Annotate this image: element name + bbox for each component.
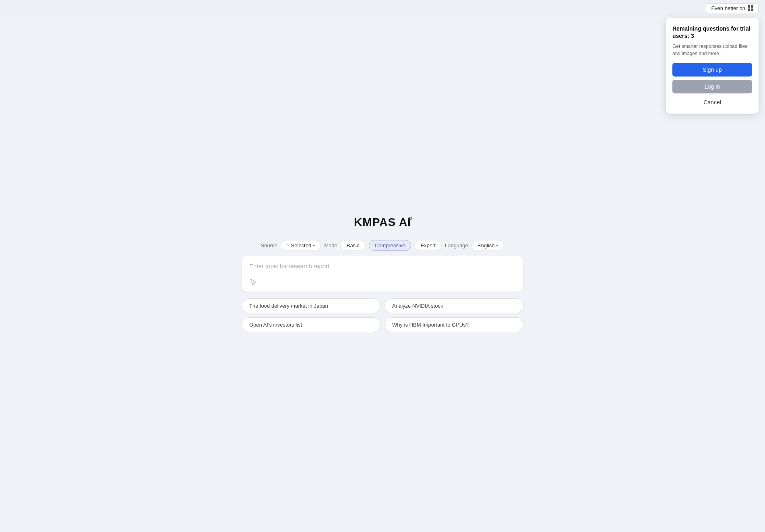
mode-compressive-label: Compressive	[375, 242, 405, 248]
language-label: Language	[445, 242, 468, 248]
language-chevron-icon: ▾	[496, 243, 498, 248]
suggestion-item[interactable]: Why is HBM Important to GPUs?	[385, 317, 523, 332]
even-better-label: Even better on	[711, 5, 745, 11]
toolbar: Source 1 Selected ▾ Mode Basic Compressi…	[242, 240, 523, 251]
auth-popup: Remaining questions for trial users: 3 G…	[666, 18, 759, 114]
compass-dot-icon	[409, 217, 412, 220]
mode-basic-button[interactable]: Basic	[341, 240, 366, 251]
logo-text: KMPAS AI	[354, 216, 411, 228]
suggestion-item[interactable]: Analyze NVIDIA stock	[385, 298, 523, 313]
suggestion-item[interactable]: Open AI's investors list	[242, 317, 380, 332]
language-value: English	[478, 242, 495, 248]
search-placeholder: Enter topic for research report	[249, 263, 516, 269]
popup-description: Get smarter responses,upload files and i…	[672, 43, 752, 57]
signup-button[interactable]: Sign up	[672, 63, 752, 77]
language-dropdown[interactable]: English ▾	[471, 240, 504, 251]
source-chevron-icon: ▾	[313, 243, 315, 248]
source-dropdown[interactable]: 1 Selected ▾	[281, 240, 321, 251]
login-button[interactable]: Log in	[672, 80, 752, 93]
grid-icon	[748, 5, 753, 11]
mode-compressive-button[interactable]: Compressive	[369, 240, 411, 251]
center-panel: KMPAS AI Source 1 Selected ▾ Mode Basic …	[242, 216, 523, 332]
mode-label: Mode	[324, 242, 337, 248]
suggestions-grid: The food delivery market in Japan Analyz…	[242, 298, 523, 332]
suggestion-item[interactable]: The food delivery market in Japan	[242, 298, 380, 313]
popup-title: Remaining questions for trial users: 3	[672, 25, 752, 39]
app-logo: KMPAS AI	[354, 216, 411, 229]
cancel-button[interactable]: Cancel	[672, 97, 752, 108]
source-label: Source	[261, 242, 277, 248]
mode-basic-label: Basic	[347, 242, 360, 248]
even-better-button[interactable]: Even better on	[706, 3, 759, 13]
main-content: KMPAS AI Source 1 Selected ▾ Mode Basic …	[0, 16, 765, 532]
search-box[interactable]: Enter topic for research report	[242, 256, 523, 292]
top-bar: Even better on	[0, 0, 765, 16]
cursor-icon	[249, 278, 257, 286]
mode-expert-button[interactable]: Expert	[414, 240, 442, 251]
source-value: 1 Selected	[287, 242, 311, 248]
mode-expert-label: Expert	[420, 242, 436, 248]
